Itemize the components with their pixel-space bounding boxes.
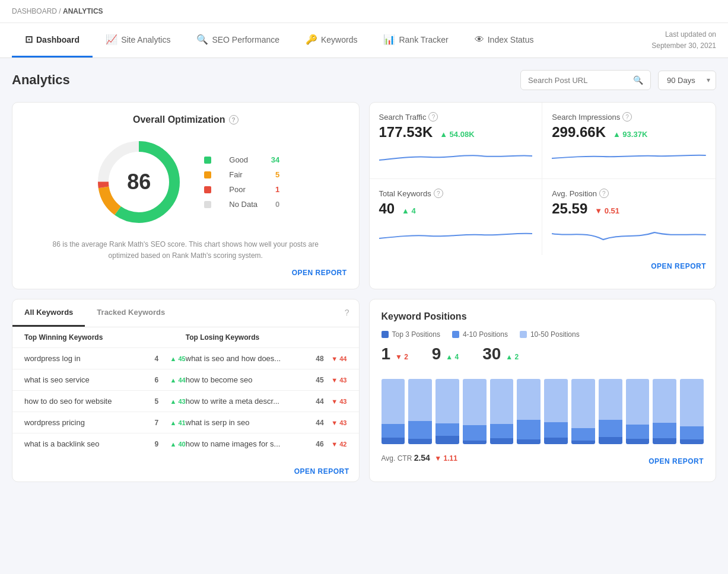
stat-help-icon[interactable]: ? (434, 189, 443, 198)
kw-losing-delta: ▼ 43 (331, 377, 346, 384)
stat-help-icon[interactable]: ? (428, 112, 438, 122)
stat-help-icon[interactable]: ? (599, 189, 609, 198)
kp-stat: 30 ▲ 2 (482, 345, 519, 363)
kp-legend-label: 4-10 Positions (463, 330, 508, 339)
bar-segment (626, 425, 650, 439)
keyword-positions-card: Keyword Positions Top 3 Positions4-10 Po… (369, 299, 717, 482)
kw-help-icon[interactable]: ? (335, 299, 359, 327)
stat-value: 25.59 ▼ 0.51 (552, 200, 706, 217)
kw-row: wordpress log in 4 ▲ 45 what is seo and … (12, 347, 359, 369)
kw-losing-delta: ▼ 43 (331, 398, 346, 405)
legend-item-poor: Poor 1 (204, 185, 279, 194)
tab-keywords[interactable]: 🔑Keywords (293, 23, 370, 58)
kw-losing-item: how to name images for s... 46 ▼ 42 (186, 439, 347, 448)
kw-losing-item: what is seo and how does... 48 ▼ 44 (186, 354, 347, 363)
stat-section-3: Avg. Position ? 25.59 ▼ 0.51 (542, 179, 716, 255)
bar-segment (490, 424, 514, 438)
kw-losing-name: what is serp in seo (186, 418, 313, 427)
opt-help-icon[interactable]: ? (229, 115, 239, 125)
bar-segment (544, 438, 568, 445)
bar-segment (517, 379, 541, 420)
mini-chart (552, 145, 706, 169)
kw-row: what is seo service 6 ▲ 44 how to become… (12, 369, 359, 390)
tab-site-analytics[interactable]: 📈Site Analytics (93, 23, 183, 58)
bar-stack (653, 379, 676, 444)
legend-label: Fair (229, 170, 257, 179)
page-title: Analytics (12, 72, 70, 88)
bar-group-6 (544, 373, 568, 444)
kp-stats: 1 ▼ 2 9 ▲ 4 30 ▲ 2 (382, 345, 704, 363)
bar-segment (680, 439, 704, 444)
kp-stat-value: 9 (432, 345, 441, 363)
tab-icon-keywords: 🔑 (306, 34, 317, 45)
bar-segment (435, 436, 459, 444)
kw-losing-pos: 45 (316, 376, 328, 384)
bar-segment (599, 379, 622, 420)
legend-count: 0 (275, 200, 279, 209)
bottom-grid: All KeywordsTracked Keywords? Top Winnin… (12, 299, 716, 482)
bar-stack (382, 379, 405, 444)
kp-legend-item: 4-10 Positions (452, 330, 508, 339)
opt-description: 86 is the average Rank Math's SEO score.… (43, 239, 328, 262)
optimization-card: Overall Optimization ? 86 (12, 102, 360, 289)
kw-open-report[interactable]: OPEN REPORT (22, 467, 349, 476)
kw-winning-item: how to do seo for website 5 ▲ 43 (24, 397, 186, 406)
stat-number: 40 (379, 200, 395, 216)
search-box: 🔍 (520, 70, 651, 90)
kp-stat-value: 1 (382, 345, 391, 363)
tab-icon-seo-performance: 🔍 (196, 34, 208, 45)
kw-losing-delta: ▼ 44 (331, 355, 346, 362)
search-input[interactable] (528, 76, 628, 85)
tab-dashboard[interactable]: ⊡Dashboard (12, 23, 93, 58)
kw-winning-name: what is a backlink seo (24, 439, 151, 448)
bar-segment (408, 439, 432, 444)
legend-item-no-data: No Data 0 (204, 200, 279, 209)
kw-winning-delta: ▲ 40 (170, 441, 186, 448)
bar-stack (571, 379, 595, 444)
kw-winning-delta: ▲ 44 (170, 377, 186, 384)
kw-losing-pos: 44 (316, 419, 328, 427)
stat-change: ▲ 4 (402, 206, 416, 215)
legend-count: 5 (275, 170, 279, 179)
opt-open-report[interactable]: OPEN REPORT (24, 269, 347, 277)
stat-section-0: Search Traffic ? 177.53K ▲ 54.08K (370, 103, 543, 179)
kw-losing-delta: ▼ 43 (331, 419, 346, 426)
stat-label: Total Keywords ? (379, 189, 533, 198)
page-header: Analytics 🔍 7 Days30 Days90 Days6 Months… (12, 70, 716, 90)
days-select[interactable]: 7 Days30 Days90 Days6 Months1 Year (658, 71, 716, 90)
bar-segment (626, 439, 650, 445)
stat-label: Search Impressions ? (552, 112, 706, 122)
stats-grid: Search Traffic ? 177.53K ▲ 54.08K Search… (370, 103, 716, 255)
kw-tab-all-keywords[interactable]: All Keywords (12, 299, 85, 327)
opt-body: 86 Good 34 Fair 5 Poor 1 No Data 0 (24, 135, 347, 229)
kp-stat-value: 30 (482, 345, 501, 363)
bar-group-7 (571, 373, 595, 444)
tab-seo-performance[interactable]: 🔍SEO Performance (183, 23, 293, 58)
tab-index-status[interactable]: 👁Index Status (462, 23, 547, 58)
tab-rank-tracker[interactable]: 📊Rank Tracker (370, 23, 461, 58)
breadcrumb-dashboard: DASHBOARD (12, 7, 57, 15)
tab-label-rank-tracker: Rank Tracker (399, 35, 448, 44)
bar-stack (599, 379, 622, 444)
kw-tab-tracked-keywords[interactable]: Tracked Keywords (85, 299, 177, 327)
kw-tabs: All KeywordsTracked Keywords? (12, 299, 359, 327)
stat-help-icon[interactable]: ? (622, 112, 632, 122)
tab-icon-site-analytics: 📈 (106, 34, 117, 45)
opt-legend: Good 34 Fair 5 Poor 1 No Data 0 (204, 155, 279, 209)
legend-dot (204, 157, 211, 164)
kw-losing-item: what is serp in seo 44 ▼ 43 (186, 418, 347, 427)
bar-group-9 (626, 373, 650, 444)
kw-losing-name: how to become seo (186, 375, 313, 384)
kp-open-report[interactable]: OPEN REPORT (648, 457, 704, 465)
kw-col-losing: Top Losing Keywords (186, 333, 347, 342)
days-select-wrapper: 7 Days30 Days90 Days6 Months1 Year (658, 71, 716, 90)
bar-segment (463, 441, 487, 445)
stats-open-report[interactable]: OPEN REPORT (379, 262, 707, 270)
header-right: 🔍 7 Days30 Days90 Days6 Months1 Year (520, 70, 716, 90)
kp-legend: Top 3 Positions4-10 Positions10-50 Posit… (382, 330, 704, 339)
kp-legend-dot (520, 331, 527, 338)
kw-row: wordpress pricing 7 ▲ 41 what is serp in… (12, 412, 359, 433)
bar-segment (408, 421, 432, 439)
kw-losing-pos: 44 (316, 397, 328, 406)
bar-segment (544, 379, 568, 422)
